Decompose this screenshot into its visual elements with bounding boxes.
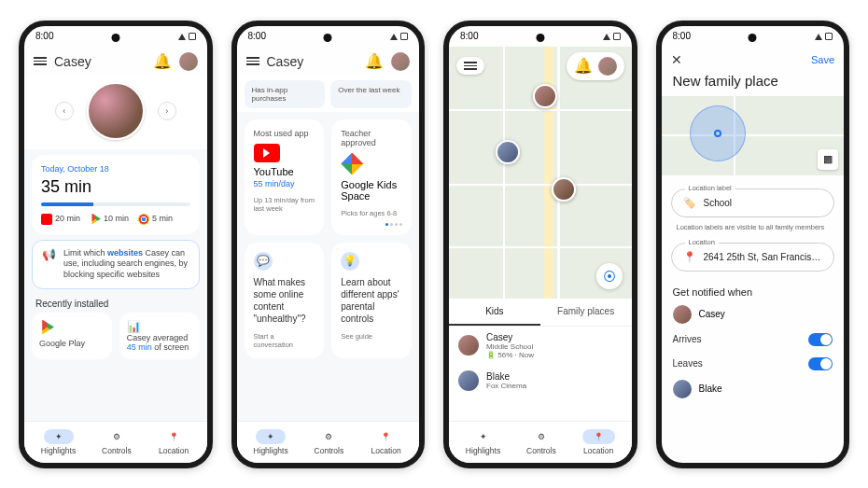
leaves-toggle[interactable] bbox=[808, 357, 833, 370]
signal-icon bbox=[603, 33, 610, 40]
phone-location-map: 8:00 🔔 ⦿ Kids Family places bbox=[443, 21, 637, 468]
status-time: 8:00 bbox=[248, 31, 266, 41]
save-button[interactable]: Save bbox=[811, 54, 834, 65]
notify-section-label: Get notified when bbox=[662, 277, 845, 301]
signal-icon bbox=[178, 33, 186, 40]
youtube-icon bbox=[254, 144, 280, 162]
avatar bbox=[458, 370, 479, 391]
nav-controls[interactable]: ⚙Controls bbox=[314, 429, 343, 455]
toggle-arrives: Arrives bbox=[662, 328, 845, 352]
account-avatar[interactable] bbox=[598, 57, 617, 76]
total-time: 35 min bbox=[41, 177, 190, 197]
page-title: New family place bbox=[662, 73, 845, 96]
menu-icon[interactable] bbox=[246, 57, 259, 65]
sparkle-icon: ✦ bbox=[480, 432, 487, 441]
nav-location[interactable]: 📍Location bbox=[158, 429, 190, 455]
conversation-card[interactable]: 💬 What makes some online content "unheal… bbox=[245, 243, 325, 358]
mini-map[interactable]: ▩ bbox=[662, 96, 845, 175]
pin-icon: 📍 bbox=[594, 432, 604, 441]
location-field[interactable]: Location 📍 2641 25th St, San Francisco, … bbox=[671, 243, 835, 272]
pin-icon: 📍 bbox=[381, 432, 391, 441]
map-pin-casey[interactable] bbox=[533, 84, 557, 108]
top-bar: ✕ Save bbox=[662, 47, 845, 73]
signal-icon bbox=[390, 33, 398, 40]
nav-location[interactable]: 📍Location bbox=[582, 429, 615, 455]
lightbulb-icon: 💡 bbox=[341, 252, 359, 271]
guide-card[interactable]: 💡 Learn about different apps' parental c… bbox=[331, 243, 412, 358]
bell-icon[interactable]: 🔔 bbox=[574, 57, 593, 75]
sliders-icon: ⚙ bbox=[538, 432, 545, 441]
camera-notch bbox=[111, 34, 119, 42]
bottom-nav: ✦Highlights ⚙Controls 📍Location bbox=[237, 421, 420, 463]
center-pin-icon bbox=[714, 130, 721, 137]
my-location-button[interactable]: ⦿ bbox=[596, 263, 623, 289]
bottom-nav: ✦Highlights ⚙Controls 📍Location bbox=[24, 421, 207, 463]
menu-icon[interactable] bbox=[34, 57, 47, 65]
tip-text: Limit which websites Casey can use, incl… bbox=[63, 248, 189, 281]
battery-icon bbox=[400, 33, 408, 40]
tabs: Kids Family places bbox=[449, 299, 632, 327]
nav-location[interactable]: 📍Location bbox=[370, 429, 402, 455]
next-child-button[interactable]: › bbox=[158, 102, 176, 120]
insight-card[interactable]: 📊 Casey averaged 45 min of screen bbox=[119, 313, 200, 359]
map-layers-button[interactable]: ▩ bbox=[818, 149, 838, 170]
chat-icon: 💬 bbox=[254, 252, 273, 271]
kids-space-icon bbox=[341, 153, 363, 175]
screen-time-card[interactable]: Today, October 18 35 min 20 min 10 min 5… bbox=[32, 155, 200, 234]
tab-family-places[interactable]: Family places bbox=[540, 299, 632, 326]
bell-icon[interactable]: 🔔 bbox=[365, 52, 384, 70]
child-hero: ‹ › bbox=[24, 77, 207, 149]
sliders-icon: ⚙ bbox=[325, 432, 332, 441]
chart-icon: 📊 bbox=[127, 320, 192, 333]
avatar bbox=[673, 380, 692, 398]
signal-icon bbox=[815, 33, 822, 40]
tip-card[interactable]: 📢 Limit which websites Casey can use, in… bbox=[32, 240, 200, 289]
top-right-controls: 🔔 bbox=[567, 52, 624, 80]
usage-row: 20 min 10 min 5 min bbox=[41, 214, 190, 225]
nav-controls[interactable]: ⚙Controls bbox=[102, 429, 132, 455]
map-pin-2[interactable] bbox=[496, 140, 520, 164]
nav-highlights[interactable]: ✦Highlights bbox=[466, 429, 500, 455]
megaphone-icon: 📢 bbox=[42, 248, 56, 261]
teacher-approved-card[interactable]: Teacher approved Google Kids Space Picks… bbox=[331, 119, 412, 235]
battery-icon bbox=[189, 33, 196, 40]
geofence-circle[interactable] bbox=[690, 105, 746, 161]
menu-button[interactable] bbox=[456, 57, 484, 75]
app-card[interactable]: Google Play bbox=[32, 313, 112, 359]
toggle-leaves: Leaves bbox=[662, 352, 845, 376]
location-label-field[interactable]: Location label 🏷️ School bbox=[671, 188, 835, 217]
bell-icon[interactable]: 🔔 bbox=[153, 52, 172, 70]
play-icon bbox=[90, 214, 101, 225]
page-title: Casey bbox=[267, 54, 358, 69]
tab-kids[interactable]: Kids bbox=[449, 299, 540, 326]
info-chips: Has in-app purchases Over the last week bbox=[237, 77, 420, 112]
phone-highlights: 8:00 Casey 🔔 ‹ › Today, October 18 35 mi… bbox=[19, 21, 213, 468]
app-bar: Casey 🔔 bbox=[237, 47, 420, 77]
most-used-card[interactable]: Most used app YouTube 55 min/day Up 13 m… bbox=[245, 119, 325, 235]
map-view[interactable]: 🔔 ⦿ bbox=[449, 47, 632, 299]
nav-controls[interactable]: ⚙Controls bbox=[526, 429, 556, 455]
nav-highlights[interactable]: ✦Highlights bbox=[41, 429, 76, 455]
nav-highlights[interactable]: ✦Highlights bbox=[253, 429, 287, 455]
youtube-icon bbox=[41, 214, 52, 225]
close-icon[interactable]: ✕ bbox=[671, 52, 682, 67]
account-avatar[interactable] bbox=[391, 52, 410, 71]
child-avatar[interactable] bbox=[87, 82, 145, 140]
arrives-toggle[interactable] bbox=[808, 333, 833, 346]
chip-last-week[interactable]: Over the last week bbox=[330, 80, 412, 108]
chip-purchases[interactable]: Has in-app purchases bbox=[245, 80, 326, 108]
battery-icon bbox=[825, 33, 833, 40]
label-icon: 🏷️ bbox=[683, 197, 696, 209]
prev-child-button[interactable]: ‹ bbox=[55, 102, 74, 120]
map-pin-3[interactable] bbox=[552, 177, 576, 202]
kid-row-blake[interactable]: BlakeFox Cinema bbox=[449, 365, 632, 397]
kid-row-casey[interactable]: CaseyMiddle School🔋 56% · Now bbox=[449, 327, 632, 365]
sliders-icon: ⚙ bbox=[113, 432, 120, 441]
camera-notch bbox=[536, 34, 544, 42]
person-casey: Casey bbox=[662, 301, 845, 328]
bottom-nav: ✦Highlights ⚙Controls 📍Location bbox=[449, 421, 632, 463]
battery-icon bbox=[613, 33, 621, 40]
account-avatar[interactable] bbox=[179, 52, 198, 71]
recently-installed-scroll[interactable]: Google Play 📊 Casey averaged 45 min of s… bbox=[24, 313, 207, 359]
helper-text: Location labels are visible to all famil… bbox=[662, 223, 845, 237]
